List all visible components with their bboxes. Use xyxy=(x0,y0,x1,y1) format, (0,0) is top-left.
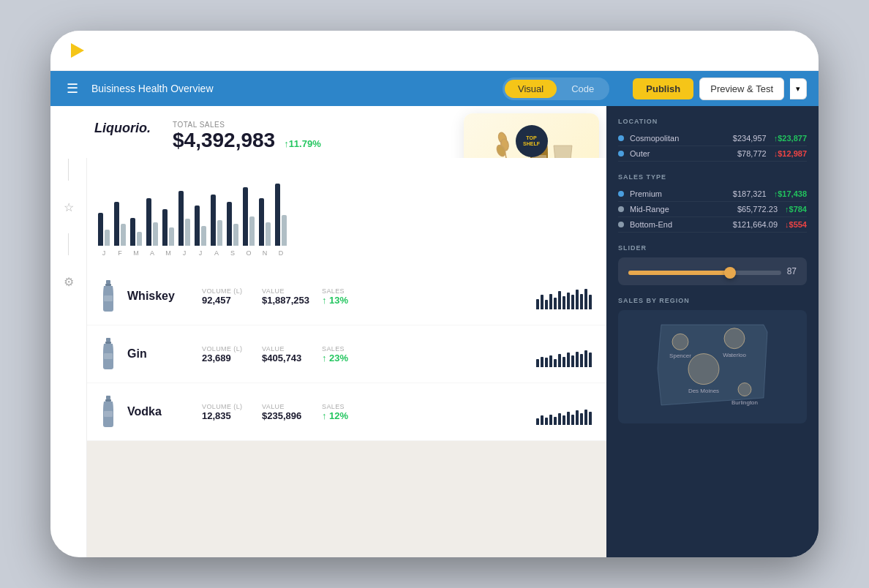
mini-bar xyxy=(584,410,587,425)
bar-group-A xyxy=(146,198,158,246)
mini-bar xyxy=(549,355,552,367)
location-dot xyxy=(618,151,624,157)
slider-track[interactable] xyxy=(628,271,781,275)
slider-fill xyxy=(628,271,728,275)
location-value: $78,772 xyxy=(737,149,767,158)
chrome-bar xyxy=(50,31,819,71)
mini-bar xyxy=(554,359,557,367)
map-bubble xyxy=(738,383,751,396)
sales-type-name: Bottom-End xyxy=(630,220,733,229)
mini-bar xyxy=(580,413,583,425)
sidebar-star-icon[interactable]: ☆ xyxy=(57,195,80,219)
liquor-item[interactable]: Vodka VOLUME (L) 12,835 VALUE $235,896 S… xyxy=(87,383,606,441)
bar-group-M xyxy=(162,209,174,246)
sales-type-dot xyxy=(618,206,624,212)
sales-type-change: ↑$784 xyxy=(785,205,807,214)
location-section: LOCATION Cosmopolitan $234,957 ↑$23,877 … xyxy=(618,118,807,162)
mini-bar xyxy=(567,293,570,309)
bar-chart xyxy=(94,165,592,246)
tab-visual[interactable]: Visual xyxy=(505,80,557,98)
mini-bar xyxy=(576,290,579,309)
map-label: SALES BY REGION xyxy=(618,297,807,304)
mini-bar xyxy=(541,295,543,309)
tab-code[interactable]: Code xyxy=(558,80,607,98)
svg-marker-0 xyxy=(71,43,84,58)
bar-group-S xyxy=(227,202,238,246)
map-bubble xyxy=(688,354,719,385)
slider-label: SLIDER xyxy=(618,244,807,252)
bar-group-A xyxy=(211,195,222,246)
mini-bar xyxy=(554,298,557,309)
liquor-name: Gin xyxy=(127,347,193,361)
svg-rect-12 xyxy=(106,338,110,342)
mini-bar xyxy=(545,418,548,425)
map-container: SpencerWaterlooDes MoinesBurlington xyxy=(618,310,807,423)
chart-label-J: J xyxy=(98,249,110,257)
sales-type-row: Bottom-End $121,664.09 ↓$554 xyxy=(618,217,807,233)
sidebar-filter-icon[interactable]: ⚙ xyxy=(57,270,80,293)
preview-chevron-button[interactable]: ▾ xyxy=(790,78,807,99)
liquor-item[interactable]: Whiskey VOLUME (L) 92,457 VALUE $1,887,2… xyxy=(87,268,606,325)
mini-bar xyxy=(549,415,552,425)
bar-group-N xyxy=(259,198,271,246)
dashboard-header: Liquorio. TOTAL SALES $4,392,983 ↑11.79%… xyxy=(50,106,606,158)
mini-bar xyxy=(549,294,552,309)
liquor-item[interactable]: Gin VOLUME (L) 23,689 VALUE $405,743 SAL… xyxy=(87,325,606,383)
chart-label-J: J xyxy=(195,249,206,257)
liquor-name: Vodka xyxy=(127,405,193,418)
mini-bar xyxy=(545,300,548,309)
sales-type-section: SALES TYPE Premium $187,321 ↑$17,438 Mid… xyxy=(618,173,807,233)
total-sales-change: ↑11.79% xyxy=(284,138,321,149)
bottle-icon xyxy=(98,278,118,314)
mini-bar xyxy=(541,357,543,367)
chart-labels: JFMAMJJASOND xyxy=(94,249,592,257)
mini-bar xyxy=(571,295,574,309)
map-bubble xyxy=(724,328,745,349)
location-change: ↑$23,877 xyxy=(774,134,807,143)
nav-actions: Publish Preview & Test ▾ xyxy=(633,78,807,100)
sales-type-row: Premium $187,321 ↑$17,438 xyxy=(618,186,807,202)
main-area: ⏱ ☆ ⚙ Liquorio. TOTAL SALES $4,392,983 ↑… xyxy=(50,106,819,557)
mini-bar xyxy=(536,299,539,309)
publish-button[interactable]: Publish xyxy=(633,78,693,99)
svg-rect-10 xyxy=(105,284,111,286)
slider-value: 87 xyxy=(787,266,797,276)
sales-type-row: Mid-Range $65,772.23 ↑$784 xyxy=(618,202,807,217)
mini-bar xyxy=(580,294,583,309)
map-section: SALES BY REGION SpencerWaterlooDes Moine… xyxy=(618,297,807,423)
value-stat: VALUE $235,896 xyxy=(262,403,313,421)
view-tabs: Visual Code xyxy=(503,78,609,100)
svg-rect-14 xyxy=(104,353,113,359)
mini-bar xyxy=(541,415,543,424)
volume-stat: VOLUME (L) 23,689 xyxy=(202,345,253,363)
mini-bar xyxy=(563,296,565,309)
sales-type-value: $187,321 xyxy=(733,189,767,198)
hamburger-icon[interactable]: ☰ xyxy=(62,78,83,99)
mini-bar xyxy=(558,354,561,367)
location-name: Outer xyxy=(630,149,737,158)
location-value: $234,957 xyxy=(733,134,767,143)
sales-stat: SALES ↑ 23% xyxy=(322,345,373,363)
chart-label-M: M xyxy=(162,249,174,257)
map-location-label: Burlington xyxy=(731,399,758,406)
map-location-label: Waterloo xyxy=(723,352,746,358)
app-logo xyxy=(65,39,89,62)
brand-logo: Liquorio. xyxy=(94,121,151,136)
value-stat: VALUE $405,743 xyxy=(262,345,313,363)
location-change: ↓$12,987 xyxy=(774,149,807,158)
volume-stat: VOLUME (L) 12,835 xyxy=(202,403,253,421)
sidebar-divider xyxy=(68,159,69,181)
chart-label-A: A xyxy=(146,249,158,257)
mini-bar xyxy=(563,415,565,424)
preview-label: Preview & Test xyxy=(710,83,773,94)
mini-bar xyxy=(576,352,579,367)
chart-label-O: O xyxy=(243,249,255,257)
sales-type-change: ↓$554 xyxy=(785,220,807,229)
preview-button[interactable]: Preview & Test xyxy=(699,78,784,100)
sales-type-dot xyxy=(618,191,624,197)
slider-thumb[interactable] xyxy=(724,267,736,279)
map-svg: SpencerWaterlooDes MoinesBurlington xyxy=(618,310,807,423)
sales-type-value: $65,772.23 xyxy=(737,205,778,214)
mini-bar xyxy=(558,291,561,309)
mini-bar xyxy=(576,410,579,424)
